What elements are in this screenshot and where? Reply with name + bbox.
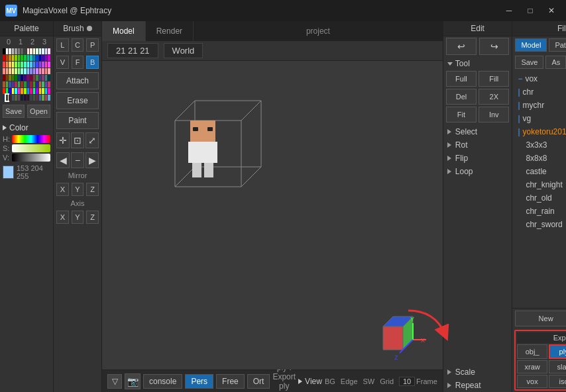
palette-cell-65[interactable] (6, 75, 9, 81)
sat-slider[interactable] (12, 144, 50, 152)
palette-cell-9[interactable] (30, 48, 32, 54)
file-item-11[interactable]: chr_sword (512, 218, 566, 231)
palette-cell-74[interactable] (33, 75, 36, 81)
model-button[interactable]: Model (515, 38, 547, 52)
palette-cell-46[interactable] (45, 62, 48, 68)
palette-cell-49[interactable] (6, 68, 9, 74)
export-xraw-button[interactable]: xraw (517, 360, 547, 373)
file-item-9[interactable]: chr_old (512, 191, 566, 205)
palette-cell-91[interactable] (36, 81, 38, 87)
ort-button[interactable]: Ort (247, 374, 270, 389)
palette-cell-2[interactable] (9, 48, 11, 54)
palette-cell-47[interactable] (48, 62, 50, 68)
export-ply-button[interactable]: ply (549, 344, 566, 359)
palette-cell-124[interactable] (39, 95, 42, 101)
palette-cell-18[interactable] (9, 55, 11, 61)
console-button[interactable]: console (143, 374, 182, 389)
2x-button[interactable]: 2X (479, 89, 509, 105)
palette-cell-64[interactable] (3, 75, 5, 81)
palette-cell-98[interactable] (9, 88, 11, 94)
repeat-row[interactable]: Repeat (443, 379, 512, 392)
palette-cell-22[interactable] (21, 55, 23, 61)
mirror-x-button[interactable]: X (56, 183, 69, 196)
del-button[interactable]: Del (446, 89, 477, 105)
flip-row[interactable]: Flip (443, 152, 512, 165)
brush-mode-c[interactable]: C (72, 38, 84, 52)
scale-icon-button[interactable]: ⤢ (85, 132, 99, 148)
palette-cell-8[interactable] (27, 48, 30, 54)
palette-cell-99[interactable] (12, 88, 15, 94)
as-button[interactable]: As (545, 56, 566, 69)
palette-cell-10[interactable] (33, 48, 36, 54)
palette-cell-122[interactable] (33, 95, 36, 101)
brush-mode-l[interactable]: L (56, 38, 69, 52)
palette-cell-100[interactable] (15, 88, 17, 94)
palette-cell-37[interactable] (18, 62, 21, 68)
palette-cell-1[interactable] (6, 48, 9, 54)
brush-type-b[interactable]: B (86, 56, 99, 69)
palette-cell-6[interactable] (21, 48, 23, 54)
palette-cell-76[interactable] (39, 75, 42, 81)
palette-cell-126[interactable] (45, 95, 48, 101)
left-arrow-button[interactable]: ◀ (56, 152, 70, 168)
new-button[interactable]: New (515, 311, 566, 326)
select-row[interactable]: Select (443, 125, 512, 138)
axis-z-button[interactable]: Z (86, 211, 99, 224)
file-item-1[interactable]: | chr (512, 85, 566, 99)
inv-button[interactable]: Inv (479, 107, 509, 122)
palette-cell-86[interactable] (21, 81, 23, 87)
palette-cell-90[interactable] (33, 81, 36, 87)
palette-cell-12[interactable] (39, 48, 42, 54)
palette-cell-78[interactable] (45, 75, 48, 81)
hue-slider[interactable] (12, 135, 50, 143)
palette-cell-121[interactable] (30, 95, 32, 101)
palette-grid[interactable] (0, 47, 53, 102)
palette-cell-16[interactable] (3, 55, 5, 61)
palette-cell-94[interactable] (45, 81, 48, 87)
palette-cell-83[interactable] (12, 81, 15, 87)
palette-cell-3[interactable] (12, 48, 15, 54)
axis-x-button[interactable]: X (56, 211, 69, 224)
file-item-10[interactable]: chr_rain (512, 205, 566, 218)
palette-cell-71[interactable] (24, 75, 27, 81)
palette-cell-7[interactable] (24, 48, 27, 54)
palette-cell-40[interactable] (27, 62, 30, 68)
palette-cell-101[interactable] (18, 88, 21, 94)
palette-cell-73[interactable] (30, 75, 32, 81)
palette-cell-41[interactable] (30, 62, 32, 68)
palette-cell-57[interactable] (30, 68, 32, 74)
palette-cell-42[interactable] (33, 62, 36, 68)
palette-cell-116[interactable] (15, 95, 17, 101)
palette-cell-106[interactable] (33, 88, 36, 94)
file-item-0[interactable]: − vox (512, 72, 566, 85)
palette-cell-24[interactable] (27, 55, 30, 61)
export-iso-button[interactable]: iso (549, 375, 566, 388)
palette-cell-25[interactable] (30, 55, 32, 61)
fit-button[interactable]: Fit (446, 107, 477, 122)
minus-button[interactable]: − (71, 152, 84, 168)
palette-cell-61[interactable] (42, 68, 44, 74)
palette-cell-21[interactable] (18, 55, 21, 61)
full-button[interactable]: Full (446, 71, 477, 87)
palette-cell-60[interactable] (39, 68, 42, 74)
palette-cell-104[interactable] (27, 88, 30, 94)
palette-cell-38[interactable] (21, 62, 23, 68)
palette-cell-67[interactable] (12, 75, 15, 81)
scale-row[interactable]: Scale (443, 366, 512, 379)
rot-row[interactable]: Rot (443, 138, 512, 152)
palette-cell-102[interactable] (21, 88, 23, 94)
brush-type-f[interactable]: F (72, 56, 84, 69)
palette-cell-69[interactable] (18, 75, 21, 81)
palette-cell-108[interactable] (39, 88, 42, 94)
undo-button[interactable]: ↩ (446, 38, 477, 55)
file-item-3[interactable]: | vg (512, 112, 566, 125)
axis-y-button[interactable]: Y (72, 211, 84, 224)
redo-button[interactable]: ↪ (479, 38, 510, 55)
mirror-y-button[interactable]: Y (72, 183, 84, 196)
palette-cell-79[interactable] (48, 75, 50, 81)
tab-project[interactable]: project (194, 21, 443, 41)
file-item-5[interactable]: 3x3x3 (512, 138, 566, 152)
brush-mode-p[interactable]: P (86, 38, 99, 52)
maximize-button[interactable]: □ (521, 4, 539, 17)
palette-cell-39[interactable] (24, 62, 27, 68)
